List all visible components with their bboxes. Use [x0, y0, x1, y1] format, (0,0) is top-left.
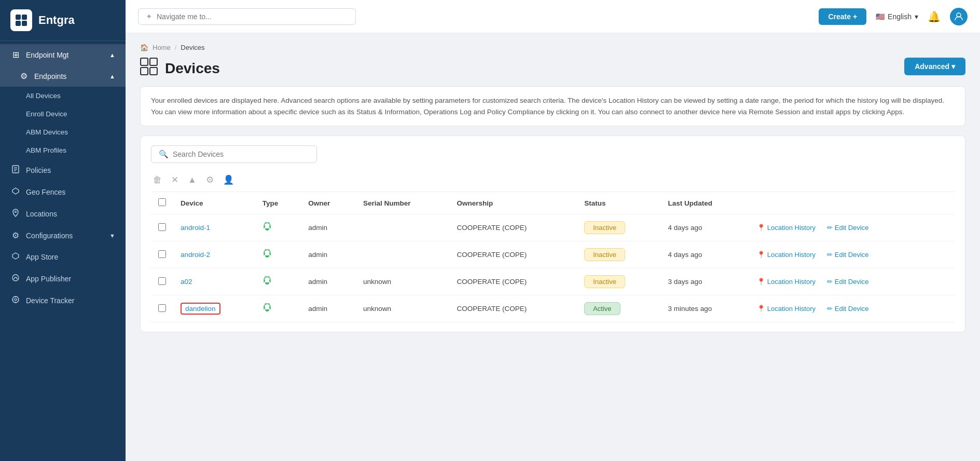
edit-device-link[interactable]: ✏ Edit Device — [827, 278, 869, 286]
svg-point-10 — [12, 275, 19, 281]
sidebar-item-locations[interactable]: Locations — [0, 203, 126, 225]
edit-device-link[interactable]: ✏ Edit Device — [827, 305, 869, 313]
row-checkbox[interactable] — [158, 304, 166, 312]
row-checkbox-cell — [151, 295, 173, 322]
chevron-down-icon: ▾ — [915, 12, 918, 21]
sidebar-item-geo-fences[interactable]: Geo Fences — [0, 181, 126, 203]
sidebar-item-abm-devices[interactable]: ABM Devices — [0, 123, 126, 141]
sidebar-item-enroll-device[interactable]: Enroll Device — [0, 105, 126, 123]
sidebar-item-app-store[interactable]: App Store — [0, 246, 126, 268]
header-device: Device — [173, 192, 255, 214]
sidebar-item-label: Device Tracker — [26, 296, 74, 305]
device-link[interactable]: android-1 — [181, 224, 210, 232]
page-title: Devices — [165, 60, 220, 77]
svg-point-9 — [15, 211, 17, 213]
device-link[interactable]: a02 — [181, 278, 192, 286]
chevron-up-icon: ▲ — [109, 52, 115, 58]
sidebar-item-abm-profiles[interactable]: ABM Profiles — [0, 141, 126, 159]
svg-rect-1 — [22, 15, 27, 20]
sidebar-item-endpoint-mgt[interactable]: ⊞ Endpoint Mgt ▲ — [0, 44, 126, 65]
device-tracker-icon — [10, 295, 21, 306]
location-history-icon: 📍 — [757, 251, 765, 259]
device-link[interactable]: dandelion — [181, 303, 220, 315]
device-link[interactable]: android-2 — [181, 251, 210, 259]
filter-icon[interactable]: ▲ — [188, 175, 197, 185]
svg-rect-0 — [16, 15, 21, 20]
sidebar-item-all-devices[interactable]: All Devices — [0, 87, 126, 105]
user-icon[interactable]: 👤 — [223, 174, 234, 185]
location-history-link[interactable]: 📍 Location History — [757, 224, 816, 232]
sidebar-item-label: Locations — [26, 210, 57, 218]
sidebar-item-device-tracker[interactable]: Device Tracker — [0, 290, 126, 311]
devices-search-input[interactable] — [173, 150, 309, 158]
svg-rect-20 — [141, 67, 148, 75]
sidebar-item-endpoints[interactable]: ⚙ Endpoints ▲ — [0, 65, 126, 87]
create-button[interactable]: Create + — [819, 8, 866, 25]
sidebar-item-label: Geo Fences — [26, 188, 65, 196]
edit-icon: ✏ — [827, 251, 833, 259]
notification-icon[interactable]: 🔔 — [928, 10, 941, 23]
settings-icon[interactable]: ⚙ — [206, 174, 214, 185]
edit-icon: ✏ — [827, 305, 833, 313]
edit-device-link[interactable]: ✏ Edit Device — [827, 251, 869, 259]
svg-rect-27 — [269, 253, 270, 255]
language-selector[interactable]: 🇺🇸 English ▾ — [876, 12, 918, 21]
nav-search-input[interactable] — [157, 12, 348, 21]
devices-search-bar[interactable]: 🔍 — [151, 145, 317, 163]
row-type — [255, 214, 301, 241]
nav-search-bar[interactable]: ✦ — [138, 8, 356, 25]
sidebar-item-app-publisher[interactable]: App Publisher — [0, 268, 126, 290]
search-nav-icon: ✦ — [146, 12, 153, 21]
row-actions: 📍 Location History ✏ Edit Device — [750, 214, 955, 241]
chevron-down-icon: ▼ — [109, 233, 115, 239]
row-owner: admin — [301, 295, 356, 322]
sidebar-item-label: Endpoint Mgt — [26, 51, 69, 59]
row-last-updated: 4 days ago — [660, 214, 749, 241]
svg-rect-2 — [16, 21, 21, 26]
row-last-updated: 3 minutes ago — [660, 295, 749, 322]
endpoint-mgt-icon: ⊞ — [10, 50, 21, 60]
sidebar-item-label: App Store — [26, 253, 58, 261]
logo-icon — [10, 9, 32, 31]
row-checkbox[interactable] — [158, 250, 166, 258]
svg-rect-18 — [141, 58, 148, 65]
row-last-updated: 3 days ago — [660, 268, 749, 295]
header-ownership: Ownership — [449, 192, 577, 214]
breadcrumb-current: Devices — [181, 44, 204, 51]
breadcrumb: 🏠 Home / Devices — [140, 44, 965, 51]
header-status: Status — [577, 192, 660, 214]
row-ownership: COOPERATE (COPE) — [449, 214, 577, 241]
row-device: dandelion — [173, 295, 255, 322]
language-label: English — [888, 12, 912, 21]
table-row: android-1 admin COOPERATE (COPE) Inactiv… — [151, 214, 955, 241]
sidebar-item-configurations[interactable]: ⚙ Configurations ▼ — [0, 225, 126, 246]
delete-icon[interactable]: 🗑 — [153, 175, 162, 185]
table-row: a02 admin unknown COOPERATE (COPE) Inact… — [151, 268, 955, 295]
app-publisher-icon — [10, 274, 21, 284]
svg-rect-22 — [264, 226, 265, 228]
location-history-link[interactable]: 📍 Location History — [757, 278, 816, 286]
row-type — [255, 295, 301, 322]
select-all-checkbox[interactable] — [158, 198, 166, 206]
user-avatar[interactable] — [950, 8, 968, 25]
row-checkbox[interactable] — [158, 277, 166, 285]
row-actions: 📍 Location History ✏ Edit Device — [750, 268, 955, 295]
policies-icon — [10, 165, 21, 175]
sidebar-logo: Entgra — [0, 0, 126, 41]
breadcrumb-home[interactable]: Home — [153, 44, 171, 51]
location-history-link[interactable]: 📍 Location History — [757, 251, 816, 259]
close-icon[interactable]: ✕ — [171, 174, 178, 185]
row-checkbox[interactable] — [158, 223, 166, 231]
page-header: Devices Advanced ▾ — [140, 58, 965, 79]
devices-panel: 🔍 🗑 ✕ ▲ ⚙ 👤 Device — [140, 135, 965, 332]
row-actions: 📍 Location History ✏ Edit Device — [750, 241, 955, 268]
sidebar-item-label: ABM Devices — [26, 128, 68, 136]
search-icon: 🔍 — [159, 150, 169, 159]
svg-rect-19 — [150, 58, 157, 65]
location-history-link[interactable]: 📍 Location History — [757, 305, 816, 313]
edit-device-link[interactable]: ✏ Edit Device — [827, 224, 869, 232]
advanced-button[interactable]: Advanced ▾ — [904, 58, 965, 75]
app-name: Entgra — [38, 13, 75, 27]
row-checkbox-cell — [151, 214, 173, 241]
sidebar-item-policies[interactable]: Policies — [0, 159, 126, 181]
